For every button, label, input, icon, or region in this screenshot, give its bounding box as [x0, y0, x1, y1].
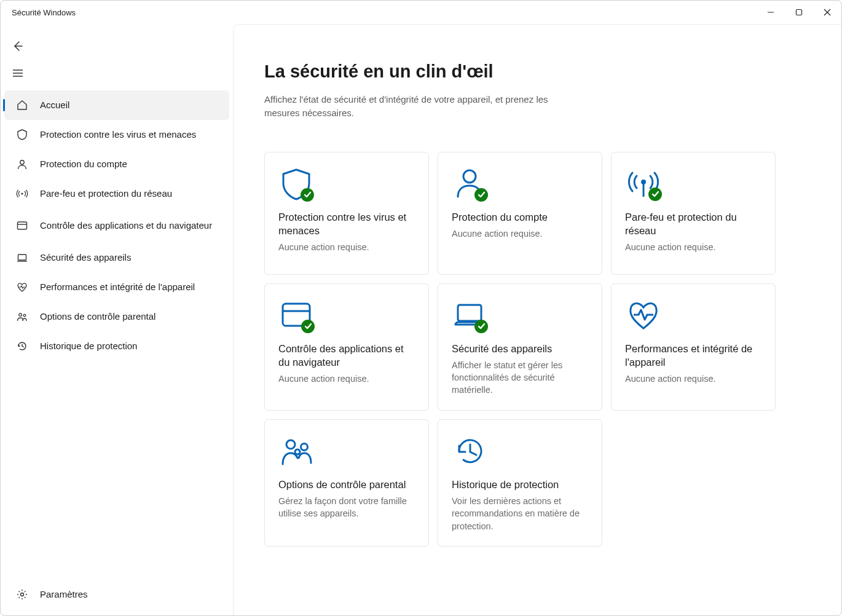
sidebar-item-firewall[interactable]: Pare-feu et protection du réseau: [4, 179, 229, 208]
card-desc: Aucune action requise.: [278, 241, 415, 253]
home-icon: [15, 99, 29, 111]
card-virus-protection[interactable]: Protection contre les virus et menaces A…: [264, 152, 429, 275]
svg-rect-2: [797, 10, 802, 15]
card-desc: Voir les dernières actions et recommanda…: [452, 495, 588, 532]
family-icon: [15, 310, 29, 323]
card-desc: Aucune action requise.: [625, 373, 761, 385]
sidebar-item-history[interactable]: Historique de protection: [4, 331, 229, 361]
window-title: Sécurité Windows: [12, 8, 757, 17]
sidebar-item-settings[interactable]: Paramètres: [4, 580, 229, 609]
sidebar-item-virus[interactable]: Protection contre les virus et menaces: [4, 120, 229, 149]
sidebar-item-label: Contrôle des applications et du navigate…: [40, 220, 212, 232]
card-device-security[interactable]: Sécurité des appareils Afficher le statu…: [438, 283, 602, 411]
person-icon: [15, 158, 29, 170]
svg-point-26: [295, 449, 300, 454]
heart-pulse-icon: [625, 298, 761, 334]
card-title: Performances et intégrité de l'appareil: [625, 342, 761, 369]
svg-point-10: [21, 192, 23, 194]
sidebar-item-label: Options de contrôle parental: [40, 311, 155, 323]
window-check-icon: [278, 298, 415, 334]
sidebar-item-label: Pare-feu et protection du réseau: [40, 188, 172, 200]
back-button[interactable]: [3, 33, 33, 60]
svg-point-24: [286, 440, 295, 449]
sidebar-item-label: Accueil: [40, 100, 69, 111]
card-performance[interactable]: Performances et intégrité de l'appareil …: [611, 283, 776, 411]
history-icon: [452, 433, 588, 470]
svg-rect-23: [458, 305, 481, 321]
laptop-check-icon: [452, 298, 588, 334]
card-app-browser[interactable]: Contrôle des applications et du navigate…: [264, 283, 429, 411]
sidebar: Accueil Protection contre les virus et m…: [1, 24, 233, 615]
heart-pulse-icon: [15, 281, 29, 293]
card-firewall[interactable]: Pare-feu et protection du réseau Aucune …: [611, 152, 776, 275]
sidebar-item-label: Historique de protection: [40, 341, 137, 352]
sidebar-item-account[interactable]: Protection du compte: [4, 149, 229, 179]
sidebar-item-home[interactable]: Accueil: [4, 90, 229, 120]
card-title: Protection du compte: [452, 210, 588, 224]
card-title: Pare-feu et protection du réseau: [625, 210, 761, 238]
card-desc: Aucune action requise.: [278, 373, 415, 385]
laptop-icon: [15, 251, 29, 264]
sidebar-item-performance[interactable]: Performances et intégrité de l'appareil: [4, 272, 229, 302]
card-title: Contrôle des applications et du navigate…: [278, 342, 415, 369]
sidebar-item-device[interactable]: Sécurité des appareils: [4, 243, 229, 272]
svg-point-25: [301, 443, 308, 450]
card-title: Sécurité des appareils: [452, 342, 588, 355]
window-icon: [15, 219, 29, 232]
shield-check-icon: [278, 166, 415, 203]
card-account-protection[interactable]: Protection du compte Aucune action requi…: [438, 152, 602, 275]
page-subtitle: Affichez l'état de sécurité et d'intégri…: [264, 93, 584, 120]
family-icon: [278, 433, 415, 470]
antenna-icon: [15, 188, 29, 200]
gear-icon: [15, 588, 29, 601]
card-history[interactable]: Historique de protection Voir les derniè…: [438, 419, 602, 547]
sidebar-item-label: Protection contre les virus et menaces: [40, 129, 196, 141]
card-parental[interactable]: Options de contrôle parental Gérez la fa…: [264, 419, 429, 547]
page-title: La sécurité en un clin d'œil: [264, 61, 811, 82]
sidebar-item-label: Performances et intégrité de l'appareil: [40, 282, 195, 293]
svg-rect-13: [18, 255, 26, 260]
svg-point-16: [23, 314, 26, 317]
close-button[interactable]: [813, 1, 841, 24]
card-desc: Aucune action requise.: [625, 241, 761, 253]
svg-point-15: [19, 314, 22, 317]
sidebar-item-label: Sécurité des appareils: [40, 252, 131, 264]
person-check-icon: [452, 166, 588, 203]
svg-rect-11: [18, 222, 27, 229]
card-title: Historique de protection: [452, 478, 588, 491]
card-desc: Aucune action requise.: [452, 227, 588, 240]
maximize-button[interactable]: [785, 1, 813, 24]
sidebar-item-label: Protection du compte: [40, 159, 127, 170]
shield-icon: [15, 128, 29, 141]
svg-point-18: [463, 170, 476, 183]
history-icon: [15, 340, 29, 352]
card-desc: Gérez la façon dont votre famille utilis…: [278, 495, 415, 520]
main-content: La sécurité en un clin d'œil Affichez l'…: [233, 24, 841, 615]
card-title: Protection contre les virus et menaces: [278, 210, 415, 238]
sidebar-item-app-browser[interactable]: Contrôle des applications et du navigate…: [4, 208, 229, 243]
sidebar-item-label: Paramètres: [40, 589, 88, 601]
hamburger-button[interactable]: [3, 60, 33, 87]
antenna-check-icon: [625, 166, 761, 203]
svg-point-17: [21, 593, 24, 596]
card-title: Options de contrôle parental: [278, 478, 415, 491]
minimize-button[interactable]: [757, 1, 785, 24]
card-desc: Afficher le statut et gérer les fonction…: [452, 359, 588, 397]
sidebar-item-family[interactable]: Options de contrôle parental: [4, 302, 229, 331]
titlebar: Sécurité Windows: [1, 1, 841, 24]
svg-point-9: [20, 160, 24, 164]
